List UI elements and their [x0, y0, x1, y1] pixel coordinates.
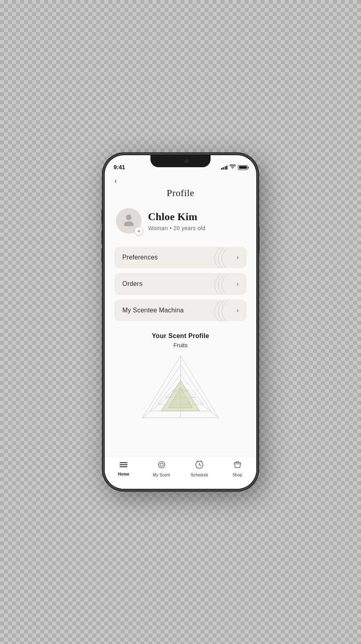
svg-point-0 — [126, 215, 132, 220]
svg-line-19 — [199, 465, 201, 466]
orders-label: Orders — [122, 280, 142, 288]
home-icon — [119, 460, 128, 471]
signal-bars — [221, 166, 228, 170]
notch-dot — [185, 159, 189, 163]
nav-schedule[interactable]: Schedule — [180, 460, 219, 477]
menu-item-scentee[interactable]: My Scentee Machina › — [114, 300, 247, 321]
screen: 9:41 — [105, 155, 256, 489]
page-title: Profile — [114, 188, 247, 198]
scentee-chevron: › — [237, 307, 239, 314]
back-button[interactable]: ‹ — [114, 176, 247, 185]
menu-item-preferences[interactable]: Preferences › — [114, 247, 247, 268]
orders-chevron: › — [237, 280, 239, 288]
scent-profile-section: Your Scent Profile Fruits — [114, 332, 247, 424]
notch — [150, 155, 211, 167]
profile-name: Chloe Kim — [148, 211, 245, 223]
svg-point-15 — [158, 462, 165, 468]
schedule-label: Schedule — [191, 473, 208, 477]
wifi-icon — [229, 164, 236, 170]
menu-item-orders[interactable]: Orders › — [114, 273, 247, 295]
nav-my-scent[interactable]: My Scent — [143, 460, 181, 477]
scentee-decoration — [199, 300, 231, 321]
orders-decoration — [199, 273, 231, 295]
profile-separator: • — [170, 225, 173, 231]
home-label: Home — [118, 472, 130, 476]
svg-point-1 — [124, 221, 134, 226]
scentee-label: My Scentee Machina — [122, 307, 184, 314]
nav-shop[interactable]: Shop — [219, 460, 257, 477]
status-icons — [221, 164, 248, 170]
profile-details: Woman • 20 years old — [148, 225, 245, 231]
nav-home[interactable]: Home — [105, 460, 143, 476]
avatar-person-icon — [122, 213, 136, 229]
status-time: 9:41 — [114, 164, 125, 170]
radar-chart — [136, 352, 225, 424]
avatar-wrapper: + — [116, 208, 142, 234]
scent-profile-title: Your Scent Profile — [114, 332, 247, 340]
scent-top-label: Fruits — [114, 342, 247, 348]
profile-section: + Chloe Kim Woman • 20 years old — [114, 208, 247, 234]
battery-fill — [239, 166, 247, 169]
preferences-label: Preferences — [122, 254, 158, 261]
my-scent-label: My Scent — [153, 473, 170, 477]
phone-wrapper: 9:41 — [102, 153, 259, 491]
preferences-decoration — [199, 247, 231, 268]
menu-list: Preferences › Orders › — [114, 247, 247, 321]
my-scent-icon — [157, 460, 166, 472]
bottom-nav: Home My Scent — [105, 456, 256, 489]
add-avatar-button[interactable]: + — [134, 227, 143, 235]
battery-icon — [238, 165, 247, 170]
shop-icon — [233, 460, 242, 472]
profile-age: 20 years old — [173, 225, 205, 231]
profile-info: Chloe Kim Woman • 20 years old — [148, 211, 245, 231]
svg-point-16 — [160, 463, 163, 466]
preferences-chevron: › — [237, 254, 239, 261]
profile-gender: Woman — [148, 225, 168, 231]
schedule-icon — [195, 460, 204, 472]
shop-label: Shop — [233, 473, 242, 477]
app-content: ‹ Profile + — [105, 173, 256, 456]
